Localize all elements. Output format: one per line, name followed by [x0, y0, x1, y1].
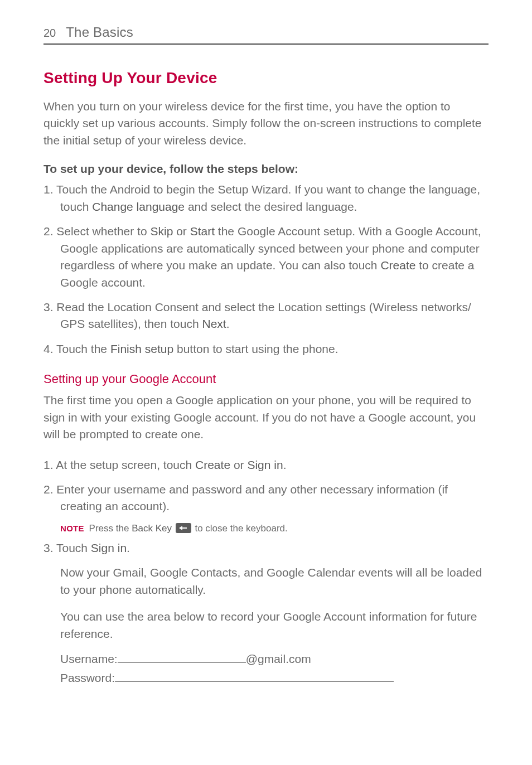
note-text-a: Press the: [86, 523, 132, 534]
change-language-label: Change language: [92, 200, 185, 213]
g-step-1-a: At the setup screen, touch: [56, 458, 195, 471]
create-label-2: Create: [195, 458, 230, 471]
step-4-text-b: button to start using the phone.: [173, 342, 338, 355]
username-suffix: @gmail.com: [246, 652, 311, 665]
step-3: Read the Location Consent and select the…: [43, 299, 489, 333]
finish-setup-label: Finish setup: [110, 342, 173, 355]
g-step-1-b: .: [283, 458, 287, 471]
google-steps-cont: Touch Sign in.: [43, 540, 489, 556]
google-steps: At the setup screen, touch Create or Sig…: [43, 457, 489, 515]
google-step-1: At the setup screen, touch Create or Sig…: [43, 457, 489, 473]
step-4: Touch the Finish setup button to start u…: [43, 341, 489, 357]
sign-in-label: Sign in: [247, 458, 283, 471]
page-header: 20 The Basics: [43, 25, 489, 45]
step-1-text-b: and select the desired language.: [185, 200, 357, 213]
main-heading: Setting Up Your Device: [43, 69, 489, 87]
document-page: 20 The Basics Setting Up Your Device Whe…: [0, 0, 532, 713]
note-label: NOTE: [60, 524, 84, 533]
chapter-title: The Basics: [66, 25, 133, 40]
google-step-3: Touch Sign in.: [43, 540, 489, 556]
step-2-text-a: Select whether to: [56, 225, 150, 238]
google-account-heading: Setting up your Google Account: [43, 372, 489, 386]
username-label: Username:: [60, 652, 118, 665]
step-2: Select whether to Skip or Start the Goog…: [43, 223, 489, 291]
after-paragraph-1: Now your Gmail, Google Contacts, and Goo…: [43, 564, 489, 598]
step-4-text-a: Touch the: [56, 342, 110, 355]
step-2-or: or: [173, 225, 190, 238]
username-line: Username:@gmail.com: [43, 652, 489, 666]
setup-heading: To set up your device, follow the steps …: [43, 162, 489, 176]
password-label: Password:: [60, 671, 115, 684]
note-text-b: to close the keyboard.: [192, 523, 288, 534]
step-1: Touch the Android to begin the Setup Wiz…: [43, 181, 489, 215]
back-key-icon: [176, 523, 191, 533]
google-intro-paragraph: The first time you open a Google applica…: [43, 392, 489, 443]
create-label: Create: [380, 259, 415, 272]
back-key-label: Back Key: [132, 523, 172, 534]
intro-paragraph: When you turn on your wireless device fo…: [43, 98, 489, 149]
username-field[interactable]: [118, 662, 246, 663]
step-3-text-a: Read the Location Consent and select the…: [56, 301, 471, 330]
next-label: Next: [202, 317, 226, 330]
step-3-text-b: .: [226, 317, 230, 330]
password-line: Password:: [43, 671, 489, 685]
setup-steps: Touch the Android to begin the Setup Wiz…: [43, 181, 489, 357]
google-step-2: Enter your username and password and any…: [43, 481, 489, 515]
note-line: NOTE Press the Back Key to close the key…: [43, 523, 489, 534]
password-field[interactable]: [115, 681, 394, 682]
skip-label: Skip: [150, 225, 173, 238]
after-paragraph-2: You can use the area below to record you…: [43, 608, 489, 642]
g-step-1-or: or: [230, 458, 247, 471]
g-step-2-text: Enter your username and password and any…: [56, 483, 448, 512]
g-step-3-a: Touch: [56, 541, 91, 554]
page-number: 20: [43, 27, 56, 40]
sign-in-label-2: Sign in: [91, 541, 127, 554]
start-label: Start: [190, 225, 215, 238]
g-step-3-b: .: [127, 541, 130, 554]
